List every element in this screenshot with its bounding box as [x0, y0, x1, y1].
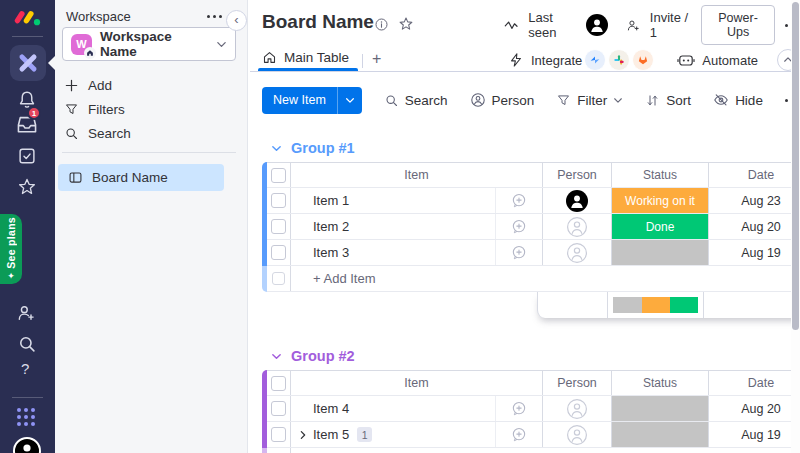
collapse-panel-button[interactable]: ‹	[226, 10, 247, 31]
person-cell[interactable]	[542, 422, 611, 447]
expand-subitems-icon[interactable]	[298, 430, 308, 440]
add-item-row[interactable]: + Add Item	[267, 448, 800, 453]
invite-label[interactable]: Invite / 1	[650, 10, 691, 40]
integration-slack-icon[interactable]	[608, 49, 630, 71]
workspace-more-icon[interactable]	[207, 15, 222, 18]
item-name-cell[interactable]: Item 51	[291, 422, 495, 447]
date-cell[interactable]: Aug 23	[708, 188, 800, 213]
page-title[interactable]: Board Name	[262, 11, 374, 33]
group-title[interactable]: Group #1	[262, 134, 800, 162]
person-cell[interactable]	[542, 188, 611, 213]
person-placeholder[interactable]	[566, 424, 588, 446]
checkbox[interactable]	[271, 427, 286, 442]
new-item-button[interactable]: New Item	[262, 87, 362, 114]
checkbox[interactable]	[271, 245, 286, 260]
integrate-bolt-icon[interactable]	[508, 52, 524, 68]
status-cell[interactable]: Done	[611, 214, 708, 239]
toolbar-search-button[interactable]: Search	[384, 93, 448, 108]
status-cell[interactable]	[611, 422, 708, 447]
date-cell[interactable]: Aug 20	[708, 214, 800, 239]
person-placeholder[interactable]	[566, 216, 588, 238]
panel-search-button[interactable]: Search	[64, 122, 131, 144]
column-header-item[interactable]: Item	[291, 163, 542, 187]
column-header-status[interactable]: Status	[611, 371, 708, 395]
person-cell[interactable]	[542, 214, 611, 239]
person-placeholder[interactable]	[566, 398, 588, 420]
integration-jira-icon[interactable]	[584, 49, 606, 71]
apps-grid-icon[interactable]	[17, 408, 39, 426]
status-bar-segment[interactable]	[642, 297, 670, 313]
item-name-cell[interactable]: Item 1	[291, 188, 495, 213]
tab-main-table[interactable]: Main Table	[262, 50, 349, 65]
add-update-cell[interactable]	[495, 240, 542, 265]
column-header-person[interactable]: Person	[542, 371, 611, 395]
toolbar-hide-button[interactable]: Hide	[713, 92, 763, 108]
integrate-label[interactable]: Integrate	[531, 53, 582, 68]
toolbar-sort-button[interactable]: Sort	[645, 93, 691, 108]
column-header-person[interactable]: Person	[542, 163, 611, 187]
add-update-cell[interactable]	[495, 422, 542, 447]
last-seen-avatar[interactable]	[586, 14, 608, 36]
column-header-date[interactable]: Date	[708, 371, 800, 395]
column-header-item[interactable]: Item	[291, 371, 542, 395]
checkbox[interactable]	[271, 376, 286, 391]
status-cell[interactable]	[611, 396, 708, 421]
toolbar-filter-button[interactable]: Filter	[556, 93, 623, 108]
new-item-dropdown[interactable]	[338, 95, 362, 105]
automate-robot-icon[interactable]	[677, 52, 695, 68]
add-view-button[interactable]: +	[372, 50, 381, 68]
person-cell[interactable]	[542, 396, 611, 421]
status-cell[interactable]: Working on it	[611, 188, 708, 213]
integration-gitlab-icon[interactable]	[632, 49, 654, 71]
status-cell[interactable]	[611, 240, 708, 265]
add-item-row[interactable]: + Add Item	[267, 266, 800, 292]
monday-logo-icon[interactable]	[14, 8, 41, 29]
add-update-cell[interactable]	[495, 214, 542, 239]
favorite-star-icon[interactable]	[398, 16, 414, 32]
column-header-status[interactable]: Status	[611, 163, 708, 187]
item-name-cell[interactable]: Item 3	[291, 240, 495, 265]
my-work-calendar-icon[interactable]	[17, 146, 37, 166]
see-plans-button[interactable]: See plans ✦	[0, 214, 22, 284]
sidebar-item-board[interactable]: Board Name	[58, 164, 224, 191]
info-icon[interactable]	[374, 17, 389, 32]
summary-status-cell[interactable]	[607, 292, 704, 318]
last-seen-label[interactable]: Last seen	[528, 10, 575, 40]
checkbox[interactable]	[271, 219, 286, 234]
subitem-count-badge[interactable]: 1	[357, 427, 372, 442]
invite-members-icon[interactable]	[16, 303, 36, 323]
date-cell[interactable]: Aug 19	[708, 240, 800, 265]
add-update-cell[interactable]	[495, 188, 542, 213]
workspace-selector[interactable]: W Workspace Name	[62, 27, 236, 61]
power-ups-button[interactable]: Power-Ups	[701, 5, 775, 45]
date-cell[interactable]: Aug 20	[708, 396, 800, 421]
item-name-cell[interactable]: Item 2	[291, 214, 495, 239]
person-cell[interactable]	[542, 240, 611, 265]
favorites-star-icon[interactable]	[17, 177, 37, 197]
scrollbar-track[interactable]	[791, 0, 800, 453]
status-bar-segment[interactable]	[670, 297, 698, 313]
status-bar-segment[interactable]	[613, 297, 642, 313]
person-placeholder[interactable]	[566, 242, 588, 264]
item-name-cell[interactable]: Item 4	[291, 396, 495, 421]
panel-add-button[interactable]: Add	[64, 74, 112, 96]
invite-person-icon[interactable]	[626, 17, 640, 34]
checkbox[interactable]	[272, 272, 285, 285]
automate-label[interactable]: Automate	[702, 53, 758, 68]
user-avatar[interactable]	[13, 437, 41, 453]
checkbox[interactable]	[271, 401, 286, 416]
assigned-person-avatar[interactable]	[566, 190, 588, 212]
search-icon[interactable]	[17, 334, 37, 354]
board-app-icon[interactable]	[10, 45, 46, 81]
checkbox[interactable]	[271, 193, 286, 208]
checkbox[interactable]	[271, 168, 286, 183]
scrollbar-thumb[interactable]	[792, 2, 799, 330]
date-cell[interactable]: Aug 19	[708, 422, 800, 447]
toolbar-person-button[interactable]: Person	[470, 92, 535, 108]
panel-filters-button[interactable]: Filters	[64, 98, 125, 120]
column-header-date[interactable]: Date	[708, 163, 800, 187]
group-title[interactable]: Group #2	[262, 342, 800, 370]
help-icon[interactable]: ?	[21, 360, 29, 377]
add-update-cell[interactable]	[495, 396, 542, 421]
activity-icon[interactable]	[504, 18, 518, 32]
